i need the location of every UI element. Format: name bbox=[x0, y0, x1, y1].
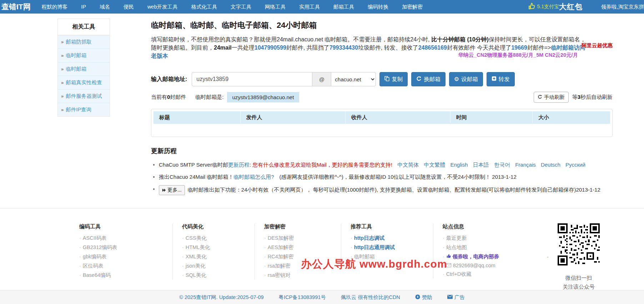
more-button[interactable]: 更多... bbox=[159, 185, 185, 195]
qr-caption: 微信扫一扫 关注该公众号 bbox=[558, 273, 600, 291]
nav-item-format-tools[interactable]: 格式化工具 bbox=[184, 4, 224, 10]
red-packet-promo[interactable]: 5.1支付宝 大红包 bbox=[527, 2, 583, 12]
nav-item-blog[interactable]: 程默的博客 bbox=[35, 4, 75, 10]
column-header-subject: 标题 bbox=[154, 111, 240, 124]
lang-link-zh-cn[interactable]: 中文简体 bbox=[397, 162, 419, 168]
footer-link-bookmark[interactable]: ·Ctrl+D收藏 bbox=[443, 269, 530, 279]
domain-select[interactable]: chacuo.net bbox=[331, 72, 376, 86]
total-processed-count: 1047990599 bbox=[255, 45, 286, 51]
bottom-bar: © 2025查错IT网. Update:2025-07-09 粤ICP备1308… bbox=[0, 290, 644, 304]
lang-link-ko[interactable]: 한국어 bbox=[494, 162, 510, 168]
double-angle-icon: » bbox=[61, 93, 64, 99]
wechat-qr-block: - bbox=[558, 223, 600, 291]
update-history-section: 更新历程 ChaCuo SMTP Server临时邮更新历程: 您有什么修改意见… bbox=[151, 147, 613, 197]
how-to-use-link[interactable]: 临时邮箱怎么用? bbox=[233, 174, 274, 180]
footer-link-contact-email[interactable]: ·8292669@qq.com bbox=[443, 261, 530, 269]
sponsor-link[interactable]: 赞助 bbox=[415, 294, 432, 301]
auto-refresh-countdown: 等3秒后自动刷新 bbox=[572, 94, 613, 101]
envelope-icon bbox=[447, 294, 453, 300]
lang-link-ja[interactable]: 日本語 bbox=[473, 162, 489, 168]
refresh-icon bbox=[538, 95, 542, 100]
bgrdh-banner-link[interactable]: 办公人导航 www.bgrdh.com bbox=[301, 257, 447, 272]
update-item-2: 推出Chacuo 24Mail 临时邮箱！临时邮箱怎么用? (感谢网友提供详细教… bbox=[151, 171, 613, 183]
content-layout: 相关工具 »邮箱防抓取 »临时邮箱 »临时邮箱 »邮箱真实性检查 »邮件服务器测… bbox=[0, 14, 644, 197]
update-history-title: 更新历程 bbox=[151, 147, 613, 155]
footer-col-beautify: 代码美化 ·CSS美化 ·HTML美化 ·XML美化 ·json美化 ·SQL美… bbox=[172, 223, 255, 280]
sidebar-item-temp-mail-1[interactable]: »临时邮箱 bbox=[58, 49, 110, 62]
refresh-icon bbox=[416, 76, 422, 83]
nav-item-ip[interactable]: IP bbox=[74, 4, 93, 10]
mailbox-form-row: 输入邮箱地址: @ chacuo.net 复制 换邮箱 bbox=[151, 72, 613, 86]
update-item-3: 更多... 临时邮推出如下功能：24小时有效（不关闭网页）， 每秒可以处理(10… bbox=[151, 183, 613, 197]
set-mailbox-button[interactable]: ⚙ 设邮箱 bbox=[449, 72, 483, 86]
nav-item-webdev-tools[interactable]: web开发工具 bbox=[141, 4, 185, 10]
footer-link-recent-updates[interactable]: ·最近更新 bbox=[443, 233, 530, 243]
nav-item-domain[interactable]: 域名 bbox=[93, 4, 117, 10]
footer-links: 编码工具 ·ASCII码表 ·GB2312编码表 ·gbk编码表 ·区位码表 ·… bbox=[0, 208, 644, 291]
manual-refresh-button[interactable]: 手动刷新 bbox=[534, 92, 569, 103]
footer-link-rsa-keypair[interactable]: ·rsa密钥对 bbox=[264, 270, 334, 280]
inbox-empty-row bbox=[154, 124, 610, 135]
nav-item-utility-tools[interactable]: 实用工具 bbox=[292, 4, 327, 10]
cdn-provider-link[interactable]: 佩玖云 很有性价比的CDN bbox=[341, 294, 400, 301]
today-processed-count: 19669 bbox=[511, 45, 527, 51]
forward-button[interactable]: 转发 bbox=[487, 72, 515, 86]
copyright-text: © 2025查错IT网. Update:2025-07-09 bbox=[179, 294, 263, 301]
footer-link-aes[interactable]: ·AES加解密 bbox=[264, 243, 334, 252]
mailbox-input-group: @ chacuo.net bbox=[192, 72, 376, 86]
copy-button[interactable]: 复制 bbox=[379, 72, 408, 86]
lang-link-fr[interactable]: Français bbox=[515, 162, 536, 168]
sidebar-item-mail-verify[interactable]: »邮箱真实性检查 bbox=[58, 76, 110, 90]
lang-link-ru[interactable]: Русский bbox=[565, 162, 585, 168]
footer-link-css[interactable]: ·CSS美化 bbox=[182, 233, 247, 243]
main-content: 临时邮箱、临时邮、临时电子邮箱、24小时邮箱 填写邮箱时候，不想使用您的真实邮箱… bbox=[151, 19, 613, 197]
icp-license-link[interactable]: 粤ICP备13083991号 bbox=[279, 294, 326, 301]
sidebar-item-temp-mail-2[interactable]: »临时邮箱 bbox=[58, 62, 110, 76]
mail-count-status: 当前有0封邮件 bbox=[151, 94, 186, 101]
footer-link-sitemap[interactable]: ·站点地图 bbox=[443, 243, 530, 252]
feedback-notice: 您有什么修改意见欢迎给我Mail，更好的服务需要您的支持! bbox=[252, 162, 392, 168]
footer-link-http-log-debug[interactable]: ·http日志调试 bbox=[351, 233, 426, 243]
inbox-panel: 标题 发件人 收件人 时间 大小 bbox=[151, 109, 613, 137]
footer-link-html[interactable]: ·HTML美化 bbox=[182, 243, 247, 252]
footer-link-json[interactable]: ·json美化 bbox=[182, 261, 247, 270]
nav-item-mail-tools[interactable]: 邮箱工具 bbox=[327, 4, 361, 10]
mailbox-name-input[interactable] bbox=[192, 72, 312, 86]
footer-link-gb2312[interactable]: ·GB2312编码表 bbox=[79, 243, 165, 252]
site-logo[interactable]: 查错IT网 bbox=[1, 2, 35, 12]
nav-item-network-tools[interactable]: 网络工具 bbox=[258, 4, 292, 10]
sidebar-item-mailserver-test[interactable]: »邮件服务器测试 bbox=[58, 90, 110, 103]
current-mailbox-address[interactable]: uzystv13859@chacuo.net bbox=[227, 92, 300, 102]
coupon-link[interactable]: 领券啦,淘宝京东拼 bbox=[601, 4, 644, 10]
footer-link-quwei[interactable]: ·区位码表 bbox=[79, 261, 165, 270]
update-history-link[interactable]: 更新历程 bbox=[228, 162, 250, 168]
footer-link-http-log-general[interactable]: ·http日志通用调试 bbox=[351, 243, 426, 252]
nav-item-crypto[interactable]: 加密解密 bbox=[395, 4, 429, 10]
wechat-qr-code bbox=[558, 223, 600, 265]
ad-link[interactable]: 广告 bbox=[447, 294, 465, 301]
footer-link-base64[interactable]: ·Base64编码 bbox=[79, 270, 165, 280]
change-mailbox-button[interactable]: 换邮箱 bbox=[411, 72, 446, 86]
footer-link-xml[interactable]: ·XML美化 bbox=[182, 252, 247, 261]
footer-link-ascii[interactable]: ·ASCII码表 bbox=[79, 233, 165, 243]
at-separator: @ bbox=[312, 72, 331, 86]
sidebar-item-mail-ip-lookup[interactable]: »邮件IP查询 bbox=[58, 103, 110, 116]
top-navbar: 查错IT网 程默的博客 IP 域名 便民 web开发工具 格式化工具 文字工具 … bbox=[0, 0, 644, 14]
lang-link-zh-tw[interactable]: 中文繁體 bbox=[424, 162, 445, 168]
nav-item-encoding[interactable]: 编码转换 bbox=[361, 4, 395, 10]
footer-link-gbk[interactable]: ·gbk编码表 bbox=[79, 252, 165, 261]
footer-link-des[interactable]: ·DES加解密 bbox=[264, 233, 334, 243]
footer-link-coupons[interactable]: ·领券啦，电商内部券 bbox=[443, 252, 530, 261]
red-packet-icon bbox=[527, 2, 537, 12]
huanayun-ad-link[interactable]: 华纳云_CN2物理服务器888元/月_5M CN2云20元/月 bbox=[458, 52, 578, 59]
nav-item-convenience[interactable]: 便民 bbox=[117, 4, 141, 10]
sidebar-item-mail-antigrab[interactable]: »邮箱防抓取 bbox=[58, 35, 110, 49]
lang-link-de[interactable]: Deutsch bbox=[541, 162, 560, 168]
double-angle-icon: » bbox=[61, 66, 64, 72]
nav-item-text-tools[interactable]: 文字工具 bbox=[224, 4, 258, 10]
double-angle-icon: » bbox=[61, 107, 64, 112]
circle-arrow-icon bbox=[415, 294, 420, 300]
footer-link-sql[interactable]: ·SQL美化 bbox=[182, 270, 247, 280]
aliyun-ad-link[interactable]: 阿里云超优惠 bbox=[582, 42, 613, 49]
lang-link-en[interactable]: English bbox=[450, 162, 468, 168]
